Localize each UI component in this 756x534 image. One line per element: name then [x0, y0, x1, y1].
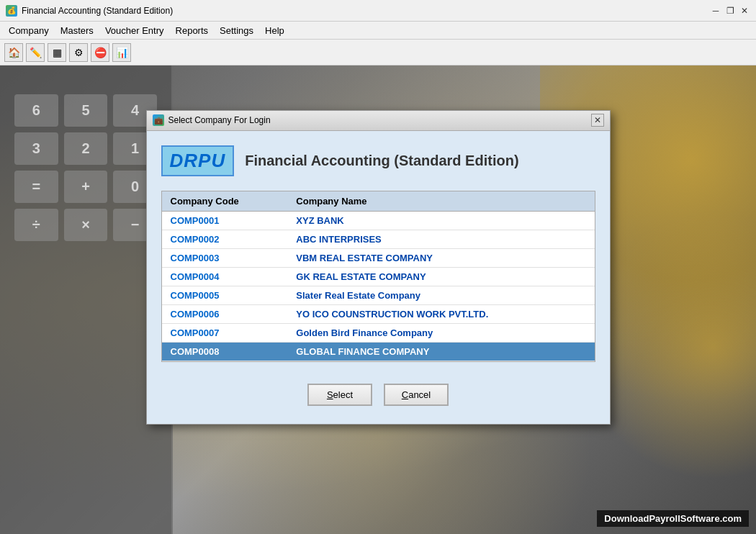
company-name-cell: VBM REAL ESTATE COMPANY [287, 248, 594, 267]
table-row[interactable]: COMP0001XYZ BANK [162, 211, 595, 230]
modal-overlay: 💼 Select Company For Login ✕ DRPU Financ… [0, 0, 756, 534]
select-label-rest: elect [333, 389, 353, 400]
cancel-underline-char: C [402, 389, 408, 400]
table-row[interactable]: COMP0003VBM REAL ESTATE COMPANY [162, 248, 595, 267]
company-name-cell: GLOBAL FINANCE COMPANY [287, 342, 594, 361]
company-code-cell: COMP0007 [162, 323, 288, 342]
cancel-button[interactable]: Cancel [384, 384, 449, 406]
dialog-title-bar: 💼 Select Company For Login ✕ [147, 111, 610, 131]
table-row[interactable]: COMP0002ABC INTERPRISES [162, 230, 595, 248]
table-header-row: Company Code Company Name [162, 191, 595, 212]
company-code-cell: COMP0005 [162, 286, 288, 304]
dialog-close-button[interactable]: ✕ [591, 114, 604, 127]
table-row[interactable]: COMP0006YO ICO COUNSTRUCTION WORK PVT.LT… [162, 304, 595, 323]
company-code-cell: COMP0003 [162, 248, 288, 267]
company-code-cell: COMP0001 [162, 211, 288, 230]
table-row[interactable]: COMP0007Golden Bird Finance Company [162, 323, 595, 342]
dialog-icon: 💼 [153, 114, 164, 126]
dialog-content: DRPU Financial Accounting (Standard Edit… [147, 131, 610, 424]
table-row[interactable]: COMP0005Slater Real Estate Company [162, 286, 595, 304]
drpu-logo: DRPU [161, 145, 235, 176]
company-name-cell: Slater Real Estate Company [287, 286, 594, 304]
dialog-buttons-row: Select Cancel [161, 376, 595, 409]
col-header-name: Company Name [287, 191, 594, 212]
dialog-title-text: Select Company For Login [168, 115, 271, 125]
app-subtitle: Financial Accounting (Standard Edition) [245, 153, 518, 169]
select-underline-char: S [327, 389, 333, 400]
col-header-code: Company Code [162, 191, 288, 212]
table-row[interactable]: COMP0008GLOBAL FINANCE COMPANY [162, 342, 595, 361]
table-row[interactable]: COMP0004GK REAL ESTATE COMPANY [162, 267, 595, 286]
select-button[interactable]: Select [307, 384, 372, 406]
company-table-container: Company Code Company Name COMP0001XYZ BA… [161, 191, 595, 362]
company-table: Company Code Company Name COMP0001XYZ BA… [162, 191, 595, 361]
company-name-cell: YO ICO COUNSTRUCTION WORK PVT.LTD. [287, 304, 594, 323]
company-name-cell: XYZ BANK [287, 211, 594, 230]
company-code-cell: COMP0008 [162, 342, 288, 361]
company-code-cell: COMP0002 [162, 230, 288, 248]
select-company-dialog: 💼 Select Company For Login ✕ DRPU Financ… [146, 110, 611, 425]
cancel-label-rest: ancel [408, 389, 431, 400]
logo-area: DRPU Financial Accounting (Standard Edit… [161, 145, 595, 176]
company-name-cell: GK REAL ESTATE COMPANY [287, 267, 594, 286]
company-name-cell: Golden Bird Finance Company [287, 323, 594, 342]
company-code-cell: COMP0004 [162, 267, 288, 286]
company-code-cell: COMP0006 [162, 304, 288, 323]
company-name-cell: ABC INTERPRISES [287, 230, 594, 248]
